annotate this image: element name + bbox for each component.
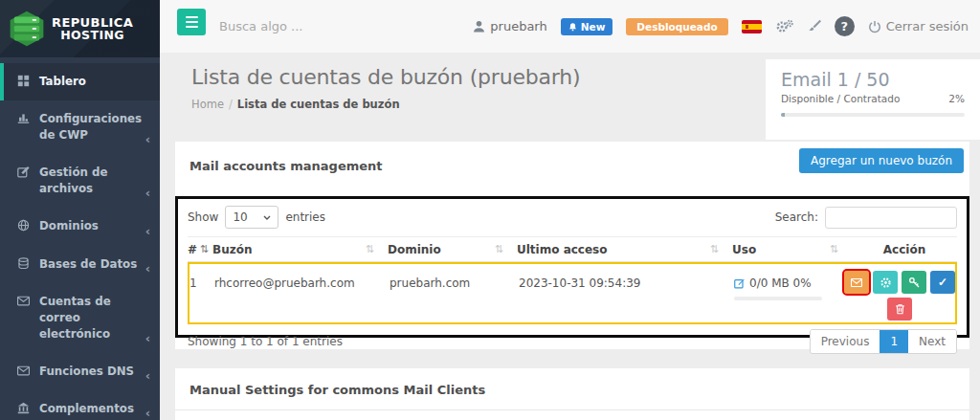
menu-toggle-button[interactable]	[177, 9, 206, 35]
sidebar-item-complementos[interactable]: Complementos ‹	[0, 390, 160, 420]
breadcrumb: Home/Lista de cuentas de buzón	[191, 98, 400, 111]
delete-button[interactable]	[887, 298, 912, 321]
entries-label: entries	[285, 210, 325, 224]
confirm-button[interactable]: ✓	[930, 271, 955, 294]
sidebar-item-dominios[interactable]: Dominios ‹	[0, 208, 160, 245]
lock-status-badge[interactable]: Desbloqueado	[626, 18, 727, 35]
edit-quota-icon[interactable]	[734, 277, 746, 289]
column-header-last-access[interactable]: Ultimo acceso ⇅	[517, 243, 732, 256]
table-annotation-box: Show 10 entries Search: # ⇅ Buzón	[175, 196, 969, 338]
username: pruebarh	[490, 19, 546, 33]
sort-icon: ⇅	[830, 243, 838, 255]
global-search-input[interactable]	[219, 12, 430, 39]
settings-cogs-icon[interactable]	[775, 19, 793, 34]
breadcrumb-current: Lista de cuentas de buzón	[237, 98, 400, 111]
chevron-left-icon: ‹	[145, 225, 150, 237]
sidebar-menu: Tablero Configuraciones de CWP ‹ Gestión…	[0, 57, 160, 420]
spain-flag-icon[interactable]	[742, 20, 762, 33]
page-title: Lista de cuentas de buzón (pruebarh)	[191, 65, 580, 89]
envelope-icon	[17, 365, 31, 377]
logout-button[interactable]: Cerrar sesión	[868, 19, 969, 33]
search-label: Search:	[775, 210, 818, 224]
bar-chart-icon	[17, 112, 31, 124]
settings-button[interactable]	[873, 271, 898, 294]
database-icon	[17, 257, 31, 270]
sidebar-item-cuentas-correo[interactable]: Cuentas de correo electrónico ‹	[0, 283, 160, 353]
card-title: Mail accounts management	[189, 159, 383, 173]
table-header: # ⇅ Buzón ⇅ Dominio ⇅ Ultimo acceso ⇅ Us…	[188, 236, 957, 262]
quota-percent: 2%	[948, 93, 965, 104]
column-header-action: Acción	[852, 243, 957, 256]
page-size-select[interactable]: 10	[225, 206, 278, 229]
column-header-usage[interactable]: Uso ⇅	[732, 243, 852, 256]
row-num: 1	[189, 264, 214, 290]
sidebar-logo[interactable]: REPUBLICA HOSTING	[0, 0, 160, 57]
edit-icon	[17, 166, 31, 178]
table-row: 1 rhcorreo@pruebarh.com pruebarh.com 202…	[188, 262, 957, 324]
bank-icon	[17, 402, 31, 414]
add-mailbox-button[interactable]: Agregar un nuevo buzón	[799, 148, 964, 173]
chevron-left-icon: ‹	[145, 369, 150, 382]
user-icon	[473, 20, 485, 33]
user-menu[interactable]: pruebarh	[473, 19, 546, 33]
sort-icon: ⇅	[366, 243, 374, 255]
sidebar-item-gestion-archivos[interactable]: Gestión de archivos ‹	[0, 154, 160, 208]
quota-progress-bar	[781, 113, 965, 117]
show-label: Show	[188, 210, 218, 224]
chevron-down-icon	[263, 215, 271, 220]
row-usage: 0/0 MB 0%	[734, 264, 844, 300]
topbar: pruebarh New Desbloqueado ?	[160, 0, 980, 53]
column-header-mailbox[interactable]: Buzón ⇅	[212, 243, 388, 256]
webmail-button[interactable]	[844, 271, 869, 294]
pagination-next[interactable]: Next	[908, 330, 956, 353]
chevron-left-icon: ‹	[145, 407, 150, 419]
brand-logo-icon	[8, 11, 46, 47]
sidebar-item-configuraciones-cwp[interactable]: Configuraciones de CWP ‹	[0, 100, 160, 154]
email-quota-card: Email 1 / 50 Disponible / Contratado 2%	[766, 59, 980, 140]
theme-brush-icon[interactable]	[807, 19, 821, 33]
sidebar-item-funciones-dns[interactable]: Funciones DNS ‹	[0, 353, 160, 390]
sort-icon: ⇅	[710, 243, 719, 255]
chevron-left-icon: ‹	[145, 262, 150, 275]
chevron-left-icon: ‹	[145, 187, 150, 199]
globe-icon	[17, 219, 31, 232]
table-search-input[interactable]	[825, 207, 957, 229]
sidebar: REPUBLICA HOSTING Tablero Configuracione…	[0, 0, 160, 420]
sidebar-item-bases-de-datos[interactable]: Bases de Datos ‹	[0, 246, 160, 283]
manual-settings-card: Manual Settings for commons Mail Clients	[175, 368, 969, 420]
envelope-icon	[17, 295, 31, 307]
pagination: Previous 1 Next	[810, 329, 957, 354]
row-actions: ✓	[844, 264, 955, 321]
row-last-access: 2023-10-31 09:54:39	[519, 264, 734, 290]
brand-text: REPUBLICA HOSTING	[52, 16, 133, 42]
row-mailbox: rhcorreo@pruebarh.com	[214, 264, 390, 290]
column-header-domain[interactable]: Dominio ⇅	[388, 243, 517, 256]
grid-icon	[17, 75, 31, 87]
notifications-badge[interactable]: New	[561, 18, 613, 35]
table-info: Showing 1 to 1 of 1 entries	[188, 335, 343, 348]
pagination-page-1[interactable]: 1	[880, 330, 908, 353]
usage-progress-bar	[734, 297, 822, 300]
sidebar-item-tablero[interactable]: Tablero	[0, 63, 160, 100]
chevron-left-icon: ‹	[145, 332, 150, 344]
pagination-previous[interactable]: Previous	[811, 330, 880, 353]
power-icon	[868, 20, 881, 33]
row-domain: pruebarh.com	[390, 264, 519, 290]
column-header-num[interactable]: # ⇅	[188, 243, 212, 256]
bell-icon	[568, 22, 577, 32]
mail-accounts-card: Mail accounts management Agregar un nuev…	[175, 142, 969, 349]
quota-subtitle: Disponible / Contratado	[781, 93, 900, 104]
quota-title: Email 1 / 50	[781, 69, 965, 90]
password-key-button[interactable]	[902, 271, 926, 294]
breadcrumb-home[interactable]: Home	[191, 98, 224, 111]
chevron-left-icon: ‹	[145, 133, 150, 145]
sort-icon: ⇅	[495, 243, 503, 255]
help-button[interactable]: ?	[835, 16, 855, 36]
manual-settings-title: Manual Settings for commons Mail Clients	[175, 368, 969, 410]
sort-icon: ⇅	[200, 243, 209, 255]
